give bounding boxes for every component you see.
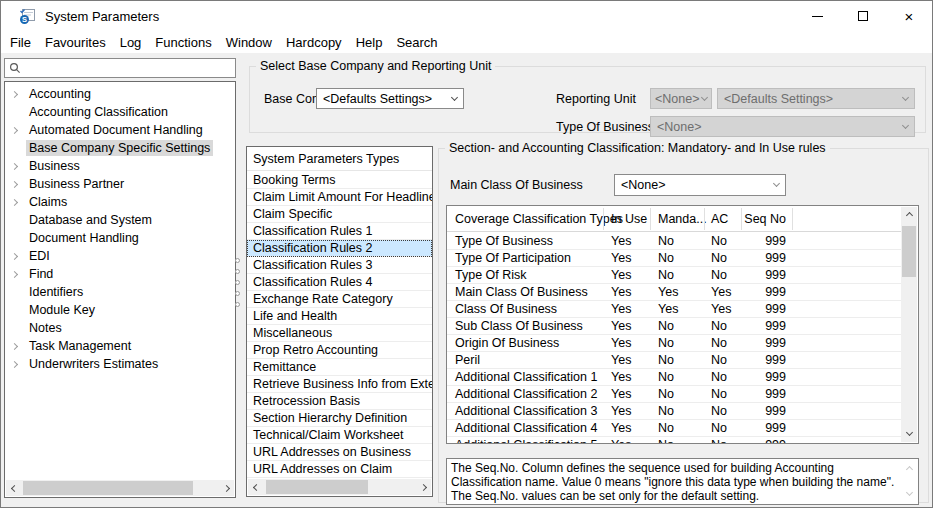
types-list-item-technical-claim-worksheet[interactable]: Technical/Claim Worksheet <box>247 427 432 444</box>
sidebar-item-accounting-classification[interactable]: Accounting Classification <box>5 103 235 121</box>
scroll-left-icon[interactable] <box>248 479 264 495</box>
sidebar-item-accounting[interactable]: Accounting <box>5 85 235 103</box>
column-header-seq-no[interactable]: Seq No <box>741 206 786 232</box>
chevron-right-icon[interactable] <box>12 92 26 97</box>
sidebar-hscrollbar[interactable] <box>6 480 234 496</box>
sidebar-item-claims[interactable]: Claims <box>5 193 235 211</box>
sidebar-item-label: Module Key <box>26 302 98 318</box>
cell: No <box>658 403 674 419</box>
types-list-item-url-addresses-on-business[interactable]: URL Addresses on Business <box>247 444 432 461</box>
sidebar-search[interactable] <box>4 58 236 78</box>
rules-vscroll-thumb[interactable] <box>902 226 916 277</box>
sidebar-item-find[interactable]: Find <box>5 265 235 283</box>
table-row-type-of-participation[interactable]: Type Of ParticipationYesNoNo999 <box>447 250 901 267</box>
types-list-item-miscellaneous[interactable]: Miscellaneous <box>247 325 432 342</box>
sidebar-item-document-handling[interactable]: Document Handling <box>5 229 235 247</box>
sidebar-item-underwriters-estimates[interactable]: Underwriters Estimates <box>5 355 235 373</box>
types-hscrollbar[interactable] <box>248 479 431 495</box>
types-list-item-classification-rules-1[interactable]: Classification Rules 1 <box>247 223 432 240</box>
menu-hardcopy[interactable]: Hardcopy <box>279 35 349 50</box>
sidebar-item-identifiers[interactable]: Identifiers <box>5 283 235 301</box>
splitter-handle[interactable] <box>234 258 241 307</box>
sidebar-item-business-partner[interactable]: Business Partner <box>5 175 235 193</box>
sidebar-item-task-management[interactable]: Task Management <box>5 337 235 355</box>
table-row-additional-classification-4[interactable]: Additional Classification 4YesNoNo999 <box>447 420 901 437</box>
column-separator <box>650 208 651 230</box>
chevron-right-icon[interactable] <box>12 182 26 187</box>
rules-table-vscrollbar[interactable] <box>901 207 917 442</box>
types-list-item-booking-terms[interactable]: Booking Terms <box>247 172 432 189</box>
table-row-type-of-risk[interactable]: Type Of RiskYesNoNo999 <box>447 267 901 284</box>
types-list-item-section-hierarchy-definition[interactable]: Section Hierarchy Definition <box>247 410 432 427</box>
chevron-right-icon[interactable] <box>12 272 26 277</box>
scroll-right-icon[interactable] <box>218 480 234 496</box>
cell: No <box>711 250 727 266</box>
table-row-sub-class-of-business[interactable]: Sub Class Of BusinessYesNoNo999 <box>447 318 901 335</box>
types-list-item-url-addresses-on-claim[interactable]: URL Addresses on Claim <box>247 461 432 478</box>
chevron-right-icon[interactable] <box>12 128 26 133</box>
table-row-main-class-of-business[interactable]: Main Class Of BusinessYesYesYes999 <box>447 284 901 301</box>
table-row-type-of-business[interactable]: Type Of BusinessYesNoNo999 <box>447 233 901 250</box>
types-list-item-classification-rules-3[interactable]: Classification Rules 3 <box>247 257 432 274</box>
sidebar-hscroll-thumb[interactable] <box>23 481 193 495</box>
maximize-button[interactable] <box>840 1 886 31</box>
close-button[interactable]: × <box>886 1 932 31</box>
types-hscroll-thumb[interactable] <box>266 480 368 494</box>
sidebar-item-automated-document-handling[interactable]: Automated Document Handling <box>5 121 235 139</box>
chevron-right-icon[interactable] <box>12 254 26 259</box>
chevron-right-icon[interactable] <box>12 344 26 349</box>
main-class-select[interactable]: <None> <box>614 174 786 196</box>
table-row-additional-classification-1[interactable]: Additional Classification 1YesNoNo999 <box>447 369 901 386</box>
table-row-additional-classification-2[interactable]: Additional Classification 2YesNoNo999 <box>447 386 901 403</box>
table-row-peril[interactable]: PerilYesNoNo999 <box>447 352 901 369</box>
menu-search[interactable]: Search <box>389 35 444 50</box>
scroll-down-icon <box>902 487 917 501</box>
sidebar-item-notes[interactable]: Notes <box>5 319 235 337</box>
cell: No <box>711 233 727 249</box>
types-list-item-remittance[interactable]: Remittance <box>247 359 432 376</box>
types-list-item-claim-limit-amount-for-headline-loss[interactable]: Claim Limit Amount For Headline Loss <box>247 189 432 206</box>
types-list-item-classification-rules-2[interactable]: Classification Rules 2 <box>247 240 432 257</box>
types-list-item-classification-rules-4[interactable]: Classification Rules 4 <box>247 274 432 291</box>
types-list-item-prop-retro-accounting[interactable]: Prop Retro Accounting <box>247 342 432 359</box>
menu-help[interactable]: Help <box>349 35 390 50</box>
chevron-right-icon[interactable] <box>12 164 26 169</box>
types-list-item-claim-specific[interactable]: Claim Specific <box>247 206 432 223</box>
menu-log[interactable]: Log <box>113 35 149 50</box>
scroll-down-icon[interactable] <box>901 426 917 442</box>
column-header-ac[interactable]: AC <box>711 206 728 232</box>
cell: Type Of Risk <box>455 267 527 283</box>
menu-window[interactable]: Window <box>219 35 279 50</box>
table-row-additional-classification-5[interactable]: Additional Classification 5YesNoNo999 <box>447 437 901 443</box>
scroll-up-icon[interactable] <box>901 207 917 223</box>
sidebar-item-database-and-system[interactable]: Database and System <box>5 211 235 229</box>
search-input[interactable] <box>21 60 235 76</box>
minimize-button[interactable] <box>794 1 840 31</box>
table-row-origin-of-business[interactable]: Origin Of BusinessYesNoNo999 <box>447 335 901 352</box>
sidebar-item-base-company-specific-settings[interactable]: Base Company Specific Settings <box>5 139 235 157</box>
menu-file[interactable]: File <box>3 35 38 50</box>
column-header-manda[interactable]: Manda... <box>658 206 707 232</box>
sidebar-item-edi[interactable]: EDI <box>5 247 235 265</box>
scroll-left-icon[interactable] <box>6 480 22 496</box>
types-list-panel: System Parameters Types Booking TermsCla… <box>246 146 433 497</box>
splitter-dot <box>235 258 240 263</box>
chevron-right-icon[interactable] <box>12 362 26 367</box>
base-company-select[interactable]: <Defaults Settings> <box>316 88 464 109</box>
table-row-class-of-business[interactable]: Class Of BusinessYesYesYes999 <box>447 301 901 318</box>
menu-functions[interactable]: Functions <box>148 35 218 50</box>
sidebar-item-module-key[interactable]: Module Key <box>5 301 235 319</box>
column-header-in-use[interactable]: In Use <box>611 206 647 232</box>
types-list-item-life-and-health[interactable]: Life and Health <box>247 308 432 325</box>
types-list-item-exchange-rate-category[interactable]: Exchange Rate Category <box>247 291 432 308</box>
menu-favourites[interactable]: Favourites <box>38 35 113 50</box>
sidebar-item-business[interactable]: Business <box>5 157 235 175</box>
chevron-right-icon[interactable] <box>12 200 26 205</box>
table-row-additional-classification-3[interactable]: Additional Classification 3YesNoNo999 <box>447 403 901 420</box>
column-header-coverage-classification-types[interactable]: Coverage Classification Types <box>455 206 623 232</box>
types-list-item-retrocession-basis[interactable]: Retrocession Basis <box>247 393 432 410</box>
types-list-item-retrieve-business-info-from-external-s[interactable]: Retrieve Business Info from External S <box>247 376 432 393</box>
cell: Yes <box>658 301 678 317</box>
cell: Yes <box>611 335 631 351</box>
scroll-right-icon[interactable] <box>415 479 431 495</box>
